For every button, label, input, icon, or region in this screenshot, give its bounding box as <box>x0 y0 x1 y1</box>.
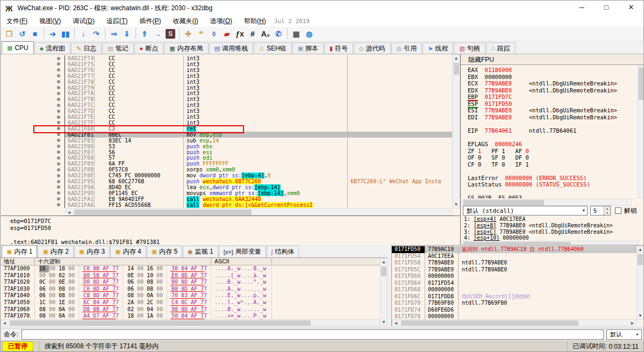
calling-convention-select[interactable]: 默认 (stdcall) ▼ <box>463 206 588 215</box>
register-line[interactable]: EAX 01186000 <box>468 67 638 74</box>
tab-graph[interactable]: ♣流程图 <box>34 42 70 54</box>
tab-memory-map[interactable]: ▦内存布局 <box>164 42 208 54</box>
register-line[interactable]: ESP 0171FD50 <box>468 100 638 107</box>
tab-symbols[interactable]: ▮符号 <box>324 42 353 54</box>
disasm-gutter[interactable] <box>1 178 65 184</box>
disasm-gutter[interactable] <box>1 167 65 173</box>
disasm-row[interactable]: 6AD21F7CCCint3 <box>1 102 452 108</box>
stack-hscrollbar[interactable]: ◄ ► <box>392 319 636 326</box>
register-line[interactable]: EDI 77B9ABE0 <ntdll.DbgUiRemoteBreakin> <box>468 114 638 121</box>
disasm-row[interactable]: 6AD21F7ACCint3 <box>1 90 452 96</box>
menu-T[interactable]: 追踪(T) <box>101 17 133 26</box>
menu-I[interactable]: 收藏夹(I) <box>167 17 204 26</box>
command-profile-select[interactable]: 默认 ▼ <box>606 329 642 340</box>
scroll-up-icon[interactable]: ▲ <box>381 258 387 265</box>
argument-line[interactable]: 3: [esp+C] 77B9ABE0 <ntdll.DbgUiRemoteBr… <box>464 229 637 235</box>
scroll-thumb[interactable] <box>454 63 459 75</box>
disasm-row[interactable]: 6AD21F75CCint3 <box>1 61 452 67</box>
gutter-dot-icon[interactable] <box>57 180 60 183</box>
calculator-icon[interactable]: ▦ <box>290 27 303 40</box>
tab-trace[interactable]: ∴跟踪 <box>486 42 516 54</box>
register-line[interactable]: EBP 0171FD7C <box>468 94 638 100</box>
scylla-icon[interactable]: S <box>164 27 177 40</box>
disasm-gutter[interactable] <box>1 155 65 161</box>
tab-dump-2[interactable]: ▣内存 2 <box>38 246 73 257</box>
disasm-gutter[interactable] <box>1 196 65 202</box>
tab-source[interactable]: ◇源代码 <box>354 42 390 54</box>
scroll-thumb[interactable] <box>463 200 544 205</box>
tab-seh[interactable]: ⚠SEH链 <box>254 42 292 54</box>
disasm-row[interactable]: 6AD21F8B0F57C0xorps xmm0,xmm0 <box>1 167 452 173</box>
gutter-dot-icon[interactable] <box>57 86 60 89</box>
register-line[interactable]: GS 002B FS 0053 <box>468 195 638 198</box>
disasm-row[interactable]: 6AD21FA6FF15 ACD5566Bcall dword ptr ds:[… <box>1 202 452 208</box>
gutter-dot-icon[interactable] <box>57 98 60 101</box>
register-line[interactable]: EIP 77B64061 ntdll.77B64061 <box>468 127 638 134</box>
gutter-dot-icon[interactable] <box>57 191 60 195</box>
menu-H[interactable]: 帮助(H) <box>238 17 272 26</box>
tab-call-stack[interactable]: ▤调用堆栈 <box>209 42 253 54</box>
gutter-dot-icon[interactable] <box>57 203 60 206</box>
disasm-row[interactable]: 6AD21F7DCCint3 <box>1 108 452 114</box>
disasm-row[interactable]: 6AD21F9A8D4D EClea ecx,dword ptr ss:[ebp… <box>1 184 452 190</box>
gutter-dot-icon[interactable] <box>57 168 60 171</box>
disasm-row[interactable]: 6AD21F8383EC 14sub esp,14 <box>1 138 452 143</box>
disasm-gutter[interactable] <box>1 67 65 73</box>
run-icon[interactable]: ➔ <box>46 27 59 40</box>
memory-dump-pane[interactable]: 地址 十六进制 ASCII 77AF100016001800C08BAF7714… <box>1 257 388 326</box>
scroll-right-icon[interactable]: ► <box>629 320 636 326</box>
dump-row[interactable]: 77AF106008000A00D88BAF7702000400988DAF77… <box>1 306 380 313</box>
scroll-left-icon[interactable]: ◄ <box>392 320 399 326</box>
disasm-row[interactable]: 6AD21F74CCint3 <box>1 55 452 61</box>
disasm-gutter[interactable] <box>1 161 65 167</box>
step-over-icon[interactable]: ↷ <box>90 27 103 40</box>
disasm-row[interactable]: 6AD21F79CCint3 <box>1 85 452 91</box>
disasm-gutter[interactable] <box>1 102 65 108</box>
disasm-row[interactable]: 6AD21F7ECCint3 <box>1 114 452 120</box>
register-line[interactable]: ESI 77B9ABE0 <ntdll.DbgUiRemoteBreakin> <box>468 107 638 114</box>
gutter-dot-icon[interactable] <box>57 133 60 136</box>
stack-row[interactable]: 0171FD54A0C17EEA <box>392 253 636 260</box>
scroll-thumb[interactable] <box>639 68 643 100</box>
tab-watch-1[interactable]: ◉监视 1 <box>183 246 218 257</box>
gutter-dot-icon[interactable] <box>57 121 60 124</box>
disasm-row[interactable]: 6AD21F9D0F1145 ECmovups xmmword ptr ss:[… <box>1 190 452 196</box>
disasm-row[interactable]: 6AD21F8756push esi <box>1 149 452 155</box>
bookmark-icon[interactable]: ▰ <box>220 27 233 40</box>
scroll-thumb[interactable] <box>381 267 387 276</box>
disasm-gutter[interactable] <box>1 96 65 102</box>
gutter-dot-icon[interactable] <box>57 145 60 148</box>
register-line[interactable]: LastError 00000000 (ERROR_SUCCESS) <box>468 175 638 182</box>
tab-threads[interactable]: ➤线程 <box>423 42 453 54</box>
disasm-gutter[interactable] <box>1 184 65 190</box>
menu-F[interactable]: 文件(F) <box>1 17 33 26</box>
command-input[interactable] <box>22 329 604 340</box>
disasm-gutter[interactable] <box>1 173 65 178</box>
gutter-dot-icon[interactable] <box>57 62 60 66</box>
disasm-gutter[interactable] <box>1 55 65 61</box>
arguments-hscrollbar[interactable] <box>462 241 639 245</box>
dump-row[interactable]: 77AF103006000800C08DAF7706000800B88DAF77… <box>1 286 380 293</box>
disassembly-hscrollbar[interactable]: ◄ <box>65 209 452 215</box>
disasm-gutter[interactable] <box>1 61 65 67</box>
dump-row[interactable]: 77AF10200C000E00D08DAF7706000800B08DAF77… <box>1 279 380 286</box>
dump-row[interactable]: 77AF107008000A00A4D7AF7718001A005084AF77… <box>1 313 380 319</box>
disasm-row[interactable]: 6AD21F8857push edi <box>1 155 452 161</box>
disasm-gutter[interactable] <box>1 79 65 85</box>
disasm-row[interactable]: 6AD21F8EC745 FC 00000000mov dword ptr ss… <box>1 173 452 178</box>
register-line[interactable] <box>468 188 638 195</box>
registers-pane[interactable]: 隐藏FPU EAX 01186000EBX 00000000ECX 77B9AB… <box>460 54 644 245</box>
disasm-gutter[interactable] <box>1 108 65 114</box>
registers-vscrollbar[interactable] <box>638 66 644 198</box>
execute-till-return-icon[interactable]: ⇒ <box>108 27 120 40</box>
stack-row[interactable]: 0171FD6000000000 <box>392 273 636 280</box>
phone-icon[interactable]: ✆ <box>272 27 285 40</box>
spinner-up-icon[interactable]: ▲ <box>604 206 610 211</box>
disasm-gutter[interactable] <box>1 114 65 120</box>
register-line[interactable] <box>468 134 638 141</box>
tab-notes[interactable]: ▤笔记 <box>102 42 133 54</box>
dump-vscrollbar[interactable]: ▲ ▼ <box>380 258 388 326</box>
register-line[interactable]: ZF 1 PF 1 AF 0 <box>468 148 638 155</box>
scroll-thumb[interactable] <box>463 242 571 245</box>
gutter-dot-icon[interactable] <box>57 92 60 95</box>
